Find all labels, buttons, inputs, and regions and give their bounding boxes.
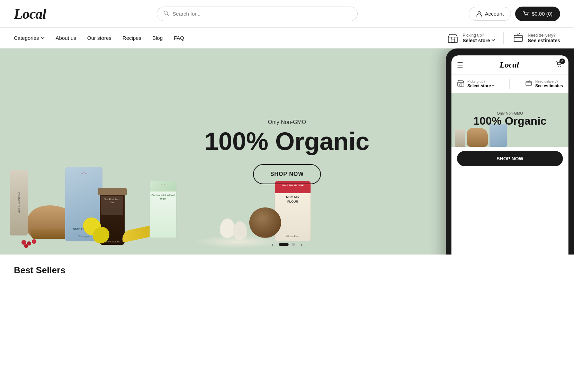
- phone-menu-icon[interactable]: ☰: [457, 61, 463, 69]
- sidebar-item-about-us[interactable]: About us: [56, 35, 76, 41]
- product-flour-bag: Multi Mix FLOUR Multi MixFLOUR Gluten Fr…: [275, 181, 311, 241]
- phone-hero-bg: Only Non-GMO 100% Organic: [451, 93, 568, 147]
- store-picker[interactable]: Picking up? Select store: [447, 32, 495, 44]
- delivery-picker-text: Need delivery? See estimates: [528, 33, 560, 43]
- svg-point-4: [527, 16, 528, 16]
- svg-rect-11: [460, 84, 462, 86]
- cart-icon: [523, 11, 529, 17]
- logo-area: Local: [14, 6, 46, 22]
- store-picker-text: Picking up? Select store: [463, 33, 495, 43]
- sidebar-item-our-stores[interactable]: Our stores: [87, 35, 111, 41]
- phone-store-icon: [457, 79, 465, 89]
- phone-store-left[interactable]: Picking up? Select store: [457, 79, 494, 89]
- top-actions: Account $0.00 (0): [469, 7, 560, 21]
- phone-delivery-label: Need delivery?: [535, 80, 563, 83]
- product-carton: ⌒ Coconut drink without sugar: [150, 181, 177, 238]
- phone-store-label: Picking up?: [467, 80, 494, 83]
- nav-left: Categories About us Our stores Recipes B…: [14, 35, 184, 41]
- svg-line-1: [167, 14, 169, 15]
- svg-rect-6: [451, 39, 455, 43]
- top-bar: Local Account $0.00 (0): [0, 0, 574, 28]
- delivery-icon: [512, 32, 524, 44]
- carousel-dot-1[interactable]: [279, 243, 289, 246]
- svg-rect-7: [514, 35, 522, 42]
- best-sellers-title: Best Sellers: [14, 265, 560, 276]
- nav-right: Picking up? Select store Need delivery? …: [447, 32, 560, 44]
- store-icon: [447, 32, 459, 44]
- phone-store-right[interactable]: Need delivery? See estimates: [525, 79, 563, 89]
- svg-rect-10: [458, 82, 464, 86]
- phone-inner: ☰ Local 0: [451, 55, 568, 255]
- phone-store-chevron-icon: [492, 85, 494, 87]
- categories-label: Categories: [14, 35, 39, 41]
- carousel-prev-button[interactable]: ‹: [270, 240, 276, 249]
- phone-store-action: Select store: [467, 83, 494, 88]
- search-icon: [163, 10, 169, 17]
- best-sellers-section: Best Sellers: [0, 255, 574, 276]
- svg-point-8: [558, 66, 559, 67]
- phone-divider: [509, 79, 510, 89]
- nav-divider: [503, 32, 504, 44]
- sidebar-item-faq[interactable]: FAQ: [174, 35, 184, 41]
- svg-rect-12: [526, 81, 531, 86]
- phone-delivery-action: See estimates: [535, 83, 563, 88]
- delivery-picker-label: Need delivery?: [528, 33, 560, 38]
- account-icon: [476, 11, 482, 17]
- account-label: Account: [485, 11, 504, 17]
- chevron-down-icon: [41, 37, 45, 39]
- phone-cart-badge: 0: [559, 59, 565, 64]
- hero-title: 100% Organic: [205, 129, 369, 154]
- nav-categories[interactable]: Categories: [14, 35, 45, 41]
- cart-label: $0.00 (0): [532, 11, 553, 17]
- shop-now-button[interactable]: SHOP NOW: [253, 164, 321, 184]
- cart-button[interactable]: $0.00 (0): [515, 7, 560, 21]
- hero-subtitle: Only Non-GMO: [205, 119, 369, 125]
- carousel-dot-2[interactable]: [292, 243, 295, 246]
- search-bar[interactable]: [157, 7, 358, 21]
- phone-cart-wrap: 0: [555, 61, 563, 70]
- store-chevron-icon: [492, 39, 495, 42]
- delivery-picker[interactable]: Need delivery? See estimates: [512, 32, 560, 44]
- svg-rect-5: [448, 37, 457, 43]
- carousel-controls: ‹ ›: [270, 240, 305, 249]
- phone-header: ☰ Local 0: [451, 55, 568, 75]
- store-picker-action: Select store: [463, 38, 495, 43]
- phone-shop-now-button[interactable]: SHOP NOW: [457, 151, 563, 166]
- sidebar-item-blog[interactable]: Blog: [152, 35, 163, 41]
- hero-section: ORANGE JUICE ⌒ Grain Free Puffs 100% org…: [0, 48, 574, 255]
- hero-content: Only Non-GMO 100% Organic SHOP NOW: [205, 119, 369, 184]
- product-coconut: [249, 207, 281, 238]
- delivery-picker-action: See estimates: [528, 38, 560, 43]
- site-logo[interactable]: Local: [14, 6, 46, 22]
- phone-logo: Local: [500, 60, 519, 70]
- carousel-next-button[interactable]: ›: [298, 240, 304, 249]
- search-input[interactable]: [172, 11, 351, 17]
- svg-point-9: [560, 66, 561, 67]
- phone-delivery-icon: [525, 79, 532, 89]
- account-button[interactable]: Account: [469, 7, 511, 21]
- sidebar-item-recipes[interactable]: Recipes: [123, 35, 141, 41]
- nav-bar: Categories About us Our stores Recipes B…: [0, 28, 574, 48]
- product-can: ORANGE JUICE: [10, 170, 28, 235]
- phone-hero-content: Only Non-GMO 100% Organic: [468, 106, 552, 132]
- svg-point-3: [525, 16, 526, 16]
- phone-store-bar: Picking up? Select store: [451, 75, 568, 93]
- phone-mockup: ☰ Local 0: [446, 48, 574, 255]
- store-picker-label: Picking up?: [463, 33, 495, 38]
- phone-hero-title: 100% Organic: [473, 115, 547, 126]
